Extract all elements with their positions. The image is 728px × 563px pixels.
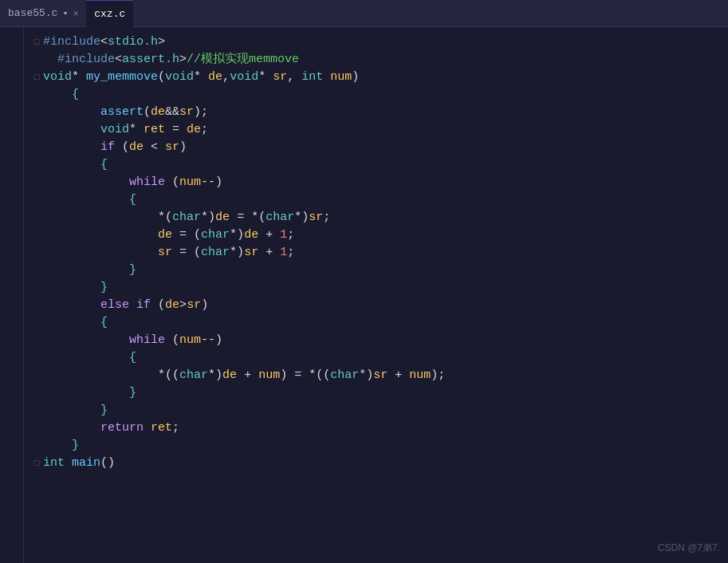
- fold-icon: [30, 437, 43, 455]
- code-token: [43, 368, 158, 382]
- code-token: ): [431, 368, 438, 382]
- tab-close-icon[interactable]: ✕: [73, 8, 79, 18]
- code-token: #include: [57, 53, 115, 66]
- code-token: ;: [287, 246, 294, 259]
- code-token: ;: [201, 123, 208, 136]
- code-token: [43, 333, 129, 347]
- fold-icon: [30, 86, 43, 104]
- code-line: *(char*)de = *(char*)sr;: [30, 209, 728, 226]
- code-token: ): [179, 140, 187, 154]
- code-line: *((char*)de + num) = *((char*)sr + num);: [30, 367, 728, 384]
- code-token: *: [230, 228, 237, 242]
- code-token: ;: [323, 211, 330, 224]
- code-token: [151, 298, 158, 312]
- line-content: if (de < sr): [43, 139, 728, 156]
- line-content: }: [43, 384, 728, 402]
- code-token: sr: [179, 105, 194, 119]
- code-line: {: [30, 314, 728, 332]
- code-token: (: [172, 333, 179, 347]
- line-content: }: [43, 279, 728, 297]
- code-token: ((: [316, 368, 330, 382]
- editor-container: base55.c ▪ ✕ cxz.c □#include<stdio.h> #i…: [0, 0, 728, 563]
- code-token: return: [100, 421, 144, 435]
- fold-icon[interactable]: □: [30, 33, 43, 51]
- code-area[interactable]: □#include<stdio.h> #include<assert.h>//模…: [24, 27, 728, 563]
- code-line: {: [30, 191, 728, 209]
- code-token: *: [230, 246, 237, 259]
- code-token: ): [237, 228, 244, 242]
- code-token: 1: [280, 246, 287, 259]
- code-token: char: [330, 368, 359, 382]
- code-line: if (de < sr): [30, 139, 728, 156]
- code-token: 1: [280, 228, 287, 242]
- code-token: {: [43, 158, 108, 171]
- code-token: my_memmove: [86, 70, 158, 84]
- code-token: [43, 421, 100, 435]
- fold-icon: [30, 349, 43, 367]
- code-token: assert: [100, 105, 144, 119]
- code-token: num: [409, 368, 431, 382]
- code-line: }: [30, 384, 728, 402]
- code-token: = *: [230, 211, 258, 224]
- code-token: (: [158, 298, 165, 312]
- code-line: {: [30, 86, 728, 104]
- fold-icon: [30, 156, 43, 174]
- fold-icon[interactable]: □: [30, 69, 43, 86]
- code-token: }: [43, 404, 108, 417]
- code-token: [43, 298, 100, 312]
- tab-base55[interactable]: base55.c ▪ ✕: [0, 0, 86, 27]
- code-token: =: [172, 246, 194, 259]
- code-token: char: [201, 246, 230, 259]
- code-token: *: [359, 368, 366, 382]
- code-token: num: [179, 333, 201, 347]
- code-token: ): [215, 333, 222, 347]
- code-token: ,: [287, 70, 301, 84]
- code-token: sr: [309, 211, 323, 224]
- editor-body: □#include<stdio.h> #include<assert.h>//模…: [0, 27, 728, 563]
- code-token: ): [201, 298, 208, 312]
- code-token: #include: [43, 35, 100, 49]
- code-token: <: [100, 35, 108, 49]
- code-token: (: [194, 246, 201, 259]
- code-line: sr = (char*)sr + 1;: [30, 244, 728, 262]
- code-line: de = (char*)de + 1;: [30, 226, 728, 244]
- line-content: sr = (char*)sr + 1;: [43, 244, 728, 262]
- line-content: }: [43, 262, 728, 279]
- code-token: //模拟实现memmove: [187, 53, 299, 66]
- code-token: num: [258, 368, 280, 382]
- fold-icon: [30, 314, 43, 332]
- code-token: int: [301, 70, 323, 84]
- code-token: (: [158, 70, 165, 84]
- tab-cxz[interactable]: cxz.c: [86, 0, 133, 27]
- code-token: de: [244, 228, 258, 242]
- code-token: de: [151, 105, 165, 119]
- code-token: num: [330, 70, 352, 84]
- code-token: >: [158, 35, 165, 49]
- code-token: =: [165, 123, 187, 136]
- code-line: #include<assert.h>//模拟实现memmove: [30, 51, 728, 69]
- line-content: void* my_memmove(void* de,void* sr, int …: [43, 69, 728, 86]
- code-token: assert.h: [122, 53, 179, 66]
- code-token: *: [158, 211, 165, 224]
- line-content: else if (de>sr): [43, 297, 728, 314]
- fold-icon: [30, 384, 43, 402]
- code-token: char: [266, 211, 294, 224]
- code-token: if: [136, 298, 151, 312]
- watermark: CSDN @7弟7.: [658, 541, 720, 555]
- code-token: ): [280, 368, 287, 382]
- code-token: ,: [222, 70, 230, 84]
- code-token: *: [72, 70, 86, 84]
- fold-icon: [30, 51, 43, 69]
- code-token: de: [208, 70, 222, 84]
- code-token: *: [194, 70, 208, 84]
- code-token: ): [208, 211, 215, 224]
- code-token: ): [352, 70, 359, 84]
- code-token: ): [237, 246, 244, 259]
- fold-icon: [30, 121, 43, 139]
- code-token: de: [215, 211, 230, 224]
- code-token: (: [144, 105, 151, 119]
- fold-icon[interactable]: □: [30, 455, 43, 472]
- code-token: [43, 123, 100, 136]
- code-token: +: [388, 368, 409, 382]
- code-token: [144, 421, 151, 435]
